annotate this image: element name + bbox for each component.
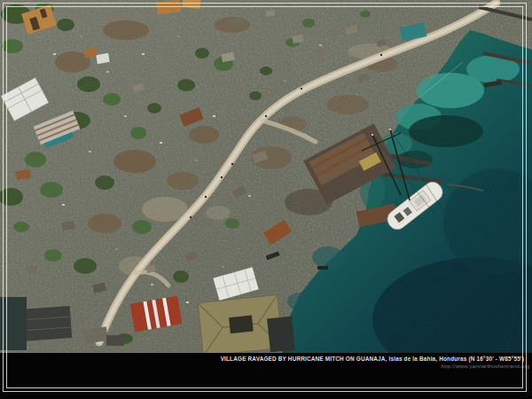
teal-dark-structure	[0, 297, 27, 350]
dark-building	[20, 306, 72, 341]
photo-credit-url: http://www.yannarthusbertrand.org	[441, 363, 529, 369]
wallpaper: VILLAGE RAVAGED BY HURRICANE MITCH ON GU…	[0, 0, 532, 399]
photo-caption: VILLAGE RAVAGED BY HURRICANE MITCH ON GU…	[221, 356, 524, 362]
caption-band: VILLAGE RAVAGED BY HURRICANE MITCH ON GU…	[0, 353, 532, 399]
aerial-photo	[0, 0, 532, 355]
